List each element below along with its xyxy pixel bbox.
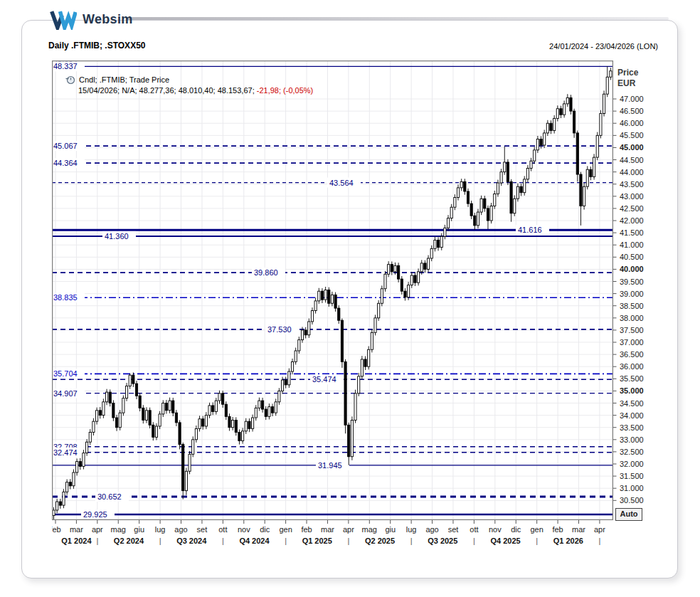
chart-plot-area[interactable]: 47.00046.50046.00045.50045.00044.50044.0… bbox=[52, 60, 700, 559]
svg-text:43.500: 43.500 bbox=[620, 180, 644, 189]
svg-text:34.500: 34.500 bbox=[620, 399, 644, 408]
svg-text:nov: nov bbox=[489, 525, 502, 534]
svg-text:lug: lug bbox=[155, 525, 166, 534]
svg-text:Q3 2024: Q3 2024 bbox=[176, 537, 207, 545]
price-axis-title: Price EUR bbox=[617, 68, 638, 89]
svg-text:feb: feb bbox=[301, 525, 312, 534]
svg-text:feb: feb bbox=[52, 525, 61, 534]
svg-text:set: set bbox=[448, 525, 459, 534]
candlestick-chart-svg[interactable]: 47.00046.50046.00045.50045.00044.50044.0… bbox=[52, 60, 700, 559]
svg-text:giu: giu bbox=[134, 525, 144, 534]
svg-text:42.500: 42.500 bbox=[620, 204, 644, 213]
svg-text:41.500: 41.500 bbox=[620, 228, 644, 237]
svg-text:35.500: 35.500 bbox=[620, 374, 644, 383]
svg-text:Q3 2025: Q3 2025 bbox=[428, 537, 457, 545]
svg-text:33.500: 33.500 bbox=[620, 423, 644, 432]
svg-text:dic: dic bbox=[260, 525, 270, 534]
svg-text:37.000: 37.000 bbox=[620, 338, 644, 347]
svg-text:34.000: 34.000 bbox=[620, 411, 644, 420]
svg-text:40.500: 40.500 bbox=[620, 253, 644, 261]
svg-text:44.000: 44.000 bbox=[620, 168, 644, 176]
svg-text:37.530: 37.530 bbox=[267, 325, 292, 334]
svg-text:|: | bbox=[473, 537, 475, 545]
legend-series-label[interactable]: Cndl; .FTMIB; Trade Price bbox=[79, 75, 169, 84]
svg-text:36.000: 36.000 bbox=[620, 362, 644, 371]
svg-text:|: | bbox=[536, 537, 538, 545]
svg-text:apr: apr bbox=[594, 525, 605, 534]
svg-text:45.500: 45.500 bbox=[620, 131, 644, 139]
svg-text:42.000: 42.000 bbox=[620, 216, 644, 225]
svg-text:38.500: 38.500 bbox=[620, 302, 644, 310]
date-range-label: 24/01/2024 - 23/04/2026 (LON) bbox=[549, 42, 658, 51]
svg-text:|: | bbox=[159, 537, 161, 545]
svg-text:47.000: 47.000 bbox=[620, 95, 644, 103]
svg-text:mar: mar bbox=[70, 525, 83, 534]
svg-text:36.500: 36.500 bbox=[620, 350, 644, 359]
websim-logo: Websim bbox=[50, 9, 133, 30]
svg-text:46.000: 46.000 bbox=[620, 119, 644, 127]
svg-text:Q4 2025: Q4 2025 bbox=[490, 537, 520, 545]
svg-text:ago: ago bbox=[425, 525, 438, 534]
chart-title: Daily .FTMIB; .STOXX50 bbox=[48, 41, 145, 51]
svg-text:39.000: 39.000 bbox=[620, 290, 644, 298]
svg-text:35.000: 35.000 bbox=[620, 386, 644, 395]
svg-text:31.945: 31.945 bbox=[318, 461, 342, 470]
svg-text:ago: ago bbox=[174, 525, 187, 534]
app-window: Websim Daily .FTMIB; .STOXX50 24/01/2024… bbox=[0, 0, 700, 597]
svg-text:35.474: 35.474 bbox=[312, 375, 336, 384]
svg-text:dic: dic bbox=[511, 525, 521, 534]
svg-text:ott: ott bbox=[470, 525, 478, 534]
svg-text:mag: mag bbox=[111, 525, 126, 534]
svg-text:gen: gen bbox=[530, 525, 543, 534]
svg-text:30.500: 30.500 bbox=[620, 496, 644, 504]
svg-text:set: set bbox=[197, 525, 208, 534]
svg-text:|: | bbox=[96, 537, 98, 545]
svg-text:41.000: 41.000 bbox=[620, 241, 644, 249]
brand-name: Websim bbox=[83, 12, 133, 27]
svg-text:43.564: 43.564 bbox=[329, 179, 354, 187]
svg-text:Q1 2025: Q1 2025 bbox=[302, 537, 332, 545]
svg-text:45.067: 45.067 bbox=[53, 142, 78, 150]
svg-text:32.500: 32.500 bbox=[620, 448, 644, 456]
svg-text:32.000: 32.000 bbox=[620, 460, 644, 468]
websim-logo-icon bbox=[50, 9, 77, 30]
svg-text:40.000: 40.000 bbox=[620, 265, 644, 273]
svg-text:feb: feb bbox=[552, 525, 563, 534]
svg-text:29.925: 29.925 bbox=[83, 510, 107, 519]
svg-text:|: | bbox=[285, 537, 287, 545]
svg-text:38.000: 38.000 bbox=[620, 314, 644, 322]
svg-text:mar: mar bbox=[321, 525, 334, 534]
svg-text:46.500: 46.500 bbox=[620, 107, 644, 115]
svg-text:mag: mag bbox=[362, 525, 377, 534]
svg-text:Q1 2024: Q1 2024 bbox=[61, 537, 92, 545]
svg-text:48.337: 48.337 bbox=[53, 62, 78, 70]
svg-text:41.616: 41.616 bbox=[518, 226, 542, 234]
svg-text:30.652: 30.652 bbox=[97, 492, 122, 501]
svg-text:nov: nov bbox=[238, 525, 250, 534]
series-clock-icon[interactable] bbox=[65, 75, 75, 85]
svg-text:33.000: 33.000 bbox=[620, 435, 644, 444]
svg-text:32.474: 32.474 bbox=[53, 448, 78, 457]
legend-ohlc-values: 15/04/2026; N/A; 48.277,36; 48.010,40; 4… bbox=[78, 86, 255, 95]
svg-text:45.000: 45.000 bbox=[620, 143, 644, 152]
svg-text:mar: mar bbox=[572, 525, 585, 534]
svg-text:lug: lug bbox=[406, 525, 417, 534]
svg-text:|: | bbox=[410, 537, 413, 545]
svg-text:31.000: 31.000 bbox=[620, 484, 644, 492]
svg-text:35.704: 35.704 bbox=[53, 369, 78, 378]
svg-text:|: | bbox=[222, 537, 224, 545]
legend-values-row: 15/04/2026; N/A; 48.277,36; 48.010,40; 4… bbox=[78, 86, 313, 95]
svg-text:44.364: 44.364 bbox=[53, 159, 78, 167]
legend-net-change: -21,98; (-0,05%) bbox=[255, 86, 314, 95]
svg-text:Q4 2024: Q4 2024 bbox=[239, 537, 270, 545]
svg-text:39.500: 39.500 bbox=[620, 278, 644, 286]
svg-text:ott: ott bbox=[218, 525, 227, 534]
svg-text:giu: giu bbox=[385, 525, 396, 534]
svg-text:Q1 2026: Q1 2026 bbox=[553, 537, 583, 545]
svg-text:apr: apr bbox=[343, 525, 354, 534]
svg-text:|: | bbox=[598, 537, 600, 545]
svg-text:34.907: 34.907 bbox=[53, 389, 78, 398]
svg-text:37.500: 37.500 bbox=[620, 326, 644, 334]
auto-scale-button[interactable]: Auto bbox=[615, 508, 642, 521]
chart-legend: Cndl; .FTMIB; Trade Price 15/04/2026; N/… bbox=[65, 75, 313, 95]
